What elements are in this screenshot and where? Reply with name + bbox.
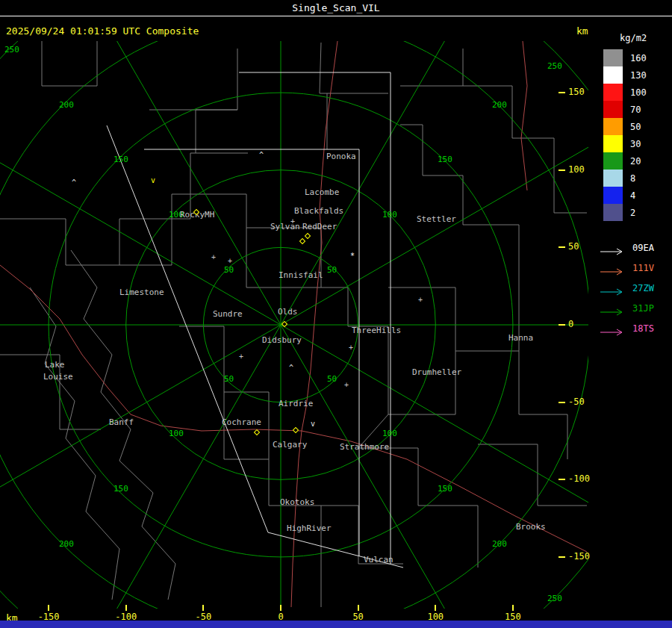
right-axis-tick — [559, 556, 565, 558]
city-label: Olds — [278, 307, 298, 317]
marker-star-icon: * — [350, 252, 355, 260]
right-axis-label: 150 — [568, 87, 585, 97]
city-label: Cochrane — [222, 417, 261, 427]
colorbar-entry: 30 — [603, 135, 672, 152]
marker-plus-icon: + — [349, 344, 353, 352]
site-arrow-icon — [600, 264, 626, 272]
timestamp-label: 2025/09/24 01:01:59 UTC Composite — [6, 25, 199, 37]
site-id-label: 09EA — [632, 243, 654, 253]
right-axis-label: -150 — [568, 551, 590, 562]
colorbar-entry: 20 — [603, 152, 672, 170]
right-axis-label: -100 — [568, 473, 590, 484]
range-ring-label: 200 — [59, 100, 74, 110]
colorbar-entry: 50 — [603, 118, 672, 135]
colorbar-swatch — [603, 101, 623, 118]
city-label: Strathmore — [340, 442, 389, 452]
city-label: Okotoks — [280, 497, 314, 507]
range-ring-label: 100 — [382, 210, 397, 220]
colorbar-swatch — [603, 152, 623, 170]
colorbar-value: 20 — [630, 156, 641, 167]
range-ring-label: 50 — [327, 265, 337, 275]
site-legend-entry: 09EA — [600, 237, 672, 258]
colorbar: 16013010070503020842 — [603, 49, 672, 221]
site-arrow-icon — [600, 244, 626, 252]
window-title-bar: Single_Scan_VIL — [0, 0, 672, 16]
city-label: RedDeer — [302, 222, 337, 231]
city-label: Blackfalds — [294, 206, 343, 216]
city-label: Innisfail — [279, 270, 323, 280]
city-label: Louise — [43, 372, 73, 382]
city-label: Calgary — [273, 440, 307, 450]
site-id-label: 18TS — [632, 323, 654, 334]
city-label: Airdrie — [279, 399, 313, 408]
marker-plus-icon: + — [344, 382, 349, 389]
window-title: Single_Scan_VIL — [292, 2, 379, 13]
colorbar-swatch — [603, 170, 623, 187]
marker-caret-down-icon: v — [151, 177, 155, 184]
right-axis-unit-label: km — [576, 25, 588, 37]
city-label: Ponoka — [326, 152, 356, 161]
range-ring-label: 150 — [113, 484, 128, 494]
radar-site-legend: 09EA111V27ZW31JP18TS — [600, 237, 672, 338]
site-legend-entry: 18TS — [600, 318, 672, 338]
city-label: Banff — [109, 417, 134, 427]
site-id-label: 111V — [632, 263, 654, 273]
city-label: Stettler — [417, 214, 456, 224]
site-legend-entry: 27ZW — [600, 278, 672, 298]
radar-map-display[interactable]: 5010015020025050100150200250501001502005… — [0, 41, 588, 609]
range-ring-label: 50 — [327, 374, 337, 384]
right-axis-label: 50 — [568, 241, 579, 252]
bottom-axis-tick — [125, 605, 127, 611]
range-ring-label: 50 — [224, 374, 234, 384]
bottom-axis-tick — [512, 605, 514, 611]
colorbar-swatch — [603, 66, 623, 84]
colorbar-swatch — [603, 118, 623, 135]
right-axis-tick — [559, 479, 565, 480]
city-label: Drumheller — [412, 367, 461, 377]
bottom-axis-tick — [280, 605, 281, 611]
colorbar-value: 130 — [630, 70, 647, 81]
range-ring-label: 200 — [492, 539, 507, 549]
colorbar-swatch — [603, 135, 623, 152]
range-ring-label: 200 — [59, 539, 74, 549]
range-ring-label: 100 — [382, 429, 397, 438]
site-id-label: 27ZW — [632, 283, 654, 293]
colorbar-entry: 100 — [603, 84, 672, 101]
city-label: ThreeHills — [352, 326, 401, 335]
city-label: Lacombe — [305, 187, 339, 197]
marker-plus-icon: + — [239, 353, 243, 361]
colorbar-value: 70 — [630, 105, 641, 115]
colorbar-entry: 70 — [603, 101, 672, 118]
range-ring-label: 250 — [547, 61, 562, 71]
city-label: Sundre — [213, 309, 243, 319]
colorbar-entry: 130 — [603, 66, 672, 84]
colorbar-value: 50 — [630, 122, 641, 132]
range-ring-label: 250 — [4, 45, 19, 55]
marker-caret-up-icon: ^ — [289, 364, 293, 372]
right-axis-tick — [559, 170, 565, 171]
bottom-axis-tick — [358, 605, 359, 611]
right-axis-label: 0 — [568, 319, 573, 329]
colorbar-value: 30 — [630, 139, 641, 149]
city-label: Sylvan — [270, 222, 300, 231]
colorbar-value: 2 — [630, 208, 635, 218]
site-id-label: 31JP — [632, 303, 654, 314]
site-arrow-icon — [600, 285, 626, 292]
bottom-axis-tick — [435, 605, 436, 611]
county-boundary-lines — [0, 41, 587, 607]
colorbar-swatch — [603, 49, 623, 66]
city-label: Limestone — [119, 287, 164, 297]
city-label: Hanna — [508, 333, 533, 343]
range-ring-label: 150 — [113, 155, 128, 164]
bottom-taskbar-strip — [0, 621, 672, 628]
right-axis-tick — [559, 246, 565, 248]
right-axis-label: -50 — [568, 397, 585, 407]
marker-plus-icon: + — [418, 296, 423, 304]
colorbar-entry: 2 — [603, 204, 672, 221]
colorbar-swatch — [603, 204, 623, 221]
colorbar-value: 160 — [630, 53, 647, 63]
colorbar-value: 8 — [630, 173, 635, 184]
colorbar-swatch — [603, 84, 623, 101]
colorbar-entry: 8 — [603, 170, 672, 187]
right-axis-tick — [559, 402, 565, 403]
